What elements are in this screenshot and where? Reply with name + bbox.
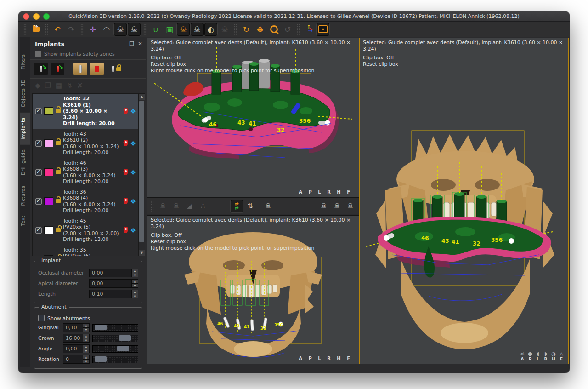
compare-arches-button[interactable]: ⇄⇄ <box>231 200 243 212</box>
spinner-down-button[interactable]: ▼ <box>132 294 138 298</box>
clip-box-status[interactable]: Clip box: Off <box>151 55 359 61</box>
implant-list-item[interactable]: Tooth: 35 PV20xx (6) (2.00 × 13.00 × 2.0… <box>33 245 139 256</box>
implant-color-swatch[interactable] <box>44 226 53 234</box>
duplicate-implant-button[interactable]: ❐ <box>45 81 51 90</box>
reset-clip-box-link[interactable]: Reset clip box <box>151 61 359 68</box>
toolbar-grip[interactable] <box>297 24 300 35</box>
spinner-up-button[interactable]: ▲ <box>83 345 89 349</box>
implant-in-red-button[interactable]: ↘ <box>51 63 64 75</box>
show-skull-extra-button[interactable]: ☠ <box>218 23 231 36</box>
lock-icon[interactable] <box>56 170 61 174</box>
tab-implants[interactable]: Implants <box>20 113 30 145</box>
implant-icon[interactable] <box>123 140 128 146</box>
implant-visible-checkbox[interactable] <box>35 227 42 234</box>
layout-mpr-button[interactable]: ✛ <box>86 23 99 36</box>
lock-icon[interactable] <box>56 141 61 145</box>
skull-side-button[interactable]: ☠ <box>344 200 356 212</box>
viewport-skull-guide-large[interactable]: Selected: Guide complet avec dents (Defa… <box>359 38 569 364</box>
skull-front-button[interactable]: ☠ <box>317 200 330 212</box>
undo-button[interactable]: ↶ <box>51 23 64 36</box>
spinner-down-button[interactable]: ▼ <box>83 349 89 353</box>
toolbar-grip[interactable] <box>234 24 237 35</box>
reset-clip-box-link[interactable]: Reset clip box <box>363 61 568 68</box>
orientation-anterior[interactable]: ☠A <box>519 351 526 361</box>
scroll-down-arrow[interactable]: ▼ <box>139 250 145 256</box>
move-implant-icon[interactable]: ❖ <box>130 227 136 234</box>
spinner-down-button[interactable]: ▼ <box>83 360 89 363</box>
move-implant-icon[interactable]: ❖ <box>130 140 136 147</box>
slider-thumb[interactable] <box>95 325 107 330</box>
reset-clip-box-link[interactable]: Reset clip box <box>151 239 359 245</box>
implant-color-swatch[interactable] <box>44 197 53 205</box>
implant-lock-button[interactable] <box>110 63 124 75</box>
lock-icon[interactable] <box>56 228 61 232</box>
close-panel-icon[interactable]: ✕ <box>138 40 142 47</box>
redo-button[interactable]: ↷ <box>65 23 78 36</box>
implant-bone-block-button[interactable] <box>74 63 87 75</box>
implant-list-item[interactable]: Tooth: 45 PV20xx (5) (2.00 × 13.00 × 2.0… <box>33 216 139 245</box>
spinner-up-button[interactable]: ▲ <box>83 355 89 360</box>
layout-panoramic-button[interactable]: ◠ <box>100 23 113 36</box>
implant-color-swatch[interactable] <box>44 139 53 147</box>
crown-slider[interactable] <box>92 335 138 342</box>
occlusal-diameter-spinner[interactable]: 0,00▲▼ <box>89 269 138 277</box>
points-sparse-button[interactable]: ∴ <box>197 200 209 212</box>
spinner-down-button[interactable]: ▼ <box>132 273 138 277</box>
scene-skull-front-large[interactable]: 46 43 41 32 356 <box>360 38 568 364</box>
toolbar-grip[interactable] <box>45 24 48 35</box>
axes-tool-button[interactable]: ↑↘→ <box>303 23 316 36</box>
measure-implant-button[interactable]: ↯ <box>67 81 73 90</box>
implant-visible-checkbox[interactable] <box>35 108 42 114</box>
spinner-up-button[interactable]: ▲ <box>83 334 89 338</box>
skull-half-split-button[interactable]: ☠ <box>331 200 343 212</box>
scroll-up-arrow[interactable]: ▲ <box>139 94 145 100</box>
points-grid-button[interactable]: ⋯ <box>210 200 222 212</box>
clip-box-status[interactable]: Clip box: Off <box>151 232 359 239</box>
show-skull-button[interactable]: ☠ <box>191 23 204 36</box>
toolbar-grip[interactable] <box>143 24 147 35</box>
implant-in-green-button[interactable]: ↘ <box>34 63 48 75</box>
swap-models-button[interactable]: ⇅ <box>244 200 256 212</box>
move-implant-icon[interactable]: ❖ <box>130 169 136 176</box>
orientation-posterior[interactable]: ●P <box>527 351 533 361</box>
lock-icon[interactable] <box>56 109 61 113</box>
implant-color-swatch[interactable] <box>44 168 53 176</box>
spinner-down-button[interactable]: ▼ <box>83 338 89 342</box>
implant-icon[interactable] <box>123 198 128 204</box>
show-arch-button[interactable]: ∪ <box>149 23 162 36</box>
implant-list-item[interactable]: Tooth: 32 K3610 (1) (3.60 × 10.00 × 3.24… <box>33 94 139 129</box>
show-abutments-checkbox[interactable] <box>38 315 45 321</box>
lock-icon[interactable] <box>56 199 61 203</box>
tab-drill-guide[interactable]: Drill guide <box>20 144 30 180</box>
mirror-implant-button[interactable]: ◆ <box>35 81 40 90</box>
paste-implant-button[interactable]: ▦ <box>56 81 62 90</box>
title-bar[interactable]: QuickVision 3D version 2.16.0_2022 (c) O… <box>18 11 570 22</box>
crown-spinner[interactable]: 16,00▲▼ <box>63 334 90 343</box>
spinner-down-button[interactable]: ▼ <box>83 328 89 332</box>
implant-visible-checkbox[interactable] <box>35 169 42 176</box>
move-implant-icon[interactable]: ❖ <box>130 198 136 205</box>
viewport-guide-occlusal[interactable]: Selected: Guide complet avec dents (Defa… <box>147 38 359 198</box>
move-implant-icon[interactable]: ❖ <box>130 108 136 114</box>
gingival-spinner[interactable]: 0,10▲▼ <box>63 323 90 332</box>
spinner-up-button[interactable]: ▲ <box>132 290 138 294</box>
tab-objects-3d[interactable]: Objects 3D <box>20 74 30 113</box>
layout-skull-button[interactable]: ☠ <box>128 23 141 36</box>
orientation-right[interactable]: ◗R <box>543 351 549 361</box>
gingival-slider[interactable] <box>92 324 138 332</box>
implant-list-item[interactable]: Tooth: 46 K3608 (3) (3.60 × 8.00 × 3.24)… <box>33 158 139 187</box>
orientation-left[interactable]: ◖L <box>535 351 541 361</box>
orientation-top[interactable]: △F <box>558 351 565 361</box>
pan-tool-button[interactable]: ↔↕ <box>254 23 266 36</box>
free-rotate-tool-button[interactable]: ↺ <box>281 23 294 36</box>
show-guide-button[interactable]: ▣ <box>163 23 176 36</box>
slider-thumb[interactable] <box>117 346 129 351</box>
safety-zones-checkbox[interactable] <box>35 51 41 57</box>
spinner-down-button[interactable]: ▼ <box>132 284 138 287</box>
scrollbar-thumb[interactable] <box>139 101 144 242</box>
tab-pictures[interactable]: Pictures <box>20 181 30 211</box>
jaw-guide-button[interactable]: ☠ <box>262 200 274 212</box>
implant-visible-checkbox[interactable] <box>35 140 42 147</box>
float-panel-icon[interactable]: ❐ <box>129 40 134 47</box>
tab-filters[interactable]: Filters <box>20 49 30 74</box>
